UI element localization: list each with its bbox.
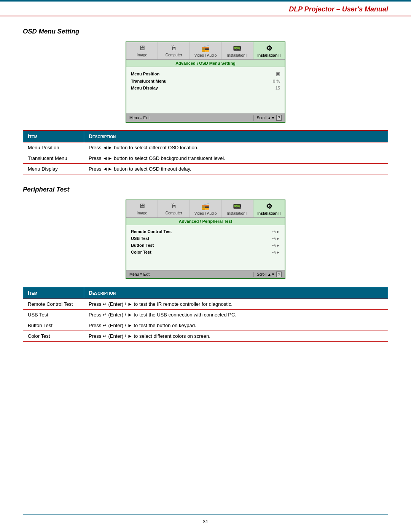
footer-divider [253,115,254,121]
peripheral-row1-desc: Press ↵ (Enter) / ► to test the IR remot… [84,299,388,310]
pimage-icon: 🖥 [139,202,145,210]
table-row: Menu Display Press ◄► button to select O… [23,164,388,174]
ptab-computer[interactable]: 🖱 Computer [158,200,190,217]
osd-row1-item: Menu Position [23,142,84,153]
peripheral-menu-items: Remote Control Test ↵/► USB Test ↵/► But… [126,225,285,270]
osd-menu-subtitle: Advanced \ OSD Menu Setting [126,60,285,67]
image-icon: 🖥 [139,44,145,52]
peripheral-desc-table: Item Description Remote Control Test Pre… [23,287,388,342]
peripheral-section: Peripheral Test 🖥 Image 🖱 Computer 📻 Vid… [23,186,388,342]
computer-icon: 🖱 [170,44,177,52]
peripheral-row2-desc: Press ↵ (Enter) / ► to test the USB conn… [84,310,388,320]
video-audio-icon: 📻 [201,44,210,53]
osd-table-col2: Description [84,131,388,142]
pfooter-divider [253,272,254,277]
peripheral-row4-desc: Press ↵ (Enter) / ► to select different … [84,331,388,342]
pvideo-audio-icon: 📻 [201,202,210,211]
table-row: Translucent Menu Press ◄► button to sele… [23,153,388,164]
osd-screenshot: 🖥 Image 🖱 Computer 📻 Video / Audio 📟 Ins… [126,42,285,123]
pinstallation-ii-icon: ⚙ [266,202,272,211]
peripheral-item-button: Button Test ↵/► [131,242,280,249]
peripheral-section-title: Peripheral Test [23,186,388,193]
peripheral-row2-item: USB Test [23,310,84,320]
peripheral-screenshot: 🖥 Image 🖱 Computer 📻 Video / Audio 📟 Ins… [126,200,285,279]
osd-menu-items: Menu Position ▣ Translucent Menu 0 % Men… [126,67,285,113]
ptab-image[interactable]: 🖥 Image [126,200,158,217]
footer-line [23,514,388,515]
table-row: USB Test Press ↵ (Enter) / ► to test the… [23,310,388,320]
osd-row2-item: Translucent Menu [23,153,84,164]
pcomputer-icon: 🖱 [170,202,177,210]
page-footer: – 31 – [0,514,411,524]
osd-menu-footer: Menu = Exit Scroll ▲▼ ? [126,113,285,122]
ptab-installation-ii[interactable]: ⚙ Installation II [253,200,285,217]
pinstallation-i-icon: 📟 [233,202,241,211]
peripheral-row3-desc: Press ↵ (Enter) / ► to test the button o… [84,320,388,331]
installation-i-icon: 📟 [233,44,241,53]
peripheral-item-usb: USB Test ↵/► [131,235,280,242]
peripheral-row3-item: Button Test [23,320,84,331]
osd-section-title: OSD Menu Setting [23,28,388,35]
table-row: Color Test Press ↵ (Enter) / ► to select… [23,331,388,342]
osd-item-translucent-menu: Translucent Menu 0 % [131,78,280,85]
installation-ii-icon: ⚙ [266,44,272,53]
osd-item-menu-display: Menu Display 15 [131,85,280,91]
peripheral-tab-bar: 🖥 Image 🖱 Computer 📻 Video / Audio 📟 Ins… [126,200,285,218]
osd-desc-table: Item Description Menu Position Press ◄► … [23,130,388,174]
osd-row2-desc: Press ◄► button to select OSD background… [84,153,388,164]
tab-video-audio[interactable]: 📻 Video / Audio [190,42,221,59]
tab-image[interactable]: 🖥 Image [126,42,158,59]
page-number: – 31 – [199,519,212,524]
ptab-installation-i[interactable]: 📟 Installation I [221,200,253,217]
osd-tab-bar: 🖥 Image 🖱 Computer 📻 Video / Audio 📟 Ins… [126,42,285,60]
peripheral-item-remote: Remote Control Test ↵/► [131,228,280,235]
osd-section: OSD Menu Setting 🖥 Image 🖱 Computer 📻 Vi… [23,28,388,174]
peripheral-table-col2: Description [84,287,388,299]
osd-row1-desc: Press ◄► button to select different OSD … [84,142,388,153]
peripheral-item-color: Color Test ↵/► [131,249,280,256]
tab-installation-ii[interactable]: ⚙ Installation II [253,42,285,59]
osd-item-menu-position: Menu Position ▣ [131,70,280,78]
table-row: Menu Position Press ◄► button to select … [23,142,388,153]
table-row: Remote Control Test Press ↵ (Enter) / ► … [23,299,388,310]
tab-installation-i[interactable]: 📟 Installation I [221,42,253,59]
peripheral-menu-footer: Menu = Exit Scroll ▲▼ ? [126,270,285,278]
osd-row3-desc: Press ◄► button to select OSD timeout de… [84,164,388,174]
table-row: Button Test Press ↵ (Enter) / ► to test … [23,320,388,331]
manual-title: DLP Projector – User's Manual [289,5,388,13]
tab-computer[interactable]: 🖱 Computer [158,42,190,59]
peripheral-table-col1: Item [23,287,84,299]
osd-row3-item: Menu Display [23,164,84,174]
ptab-video-audio[interactable]: 📻 Video / Audio [190,200,221,217]
page-header: DLP Projector – User's Manual [0,2,411,16]
osd-table-col1: Item [23,131,84,142]
main-content: OSD Menu Setting 🖥 Image 🖱 Computer 📻 Vi… [0,16,411,368]
peripheral-row4-item: Color Test [23,331,84,342]
peripheral-row1-item: Remote Control Test [23,299,84,310]
peripheral-menu-subtitle: Advanced \ Peripheral Test [126,218,285,225]
